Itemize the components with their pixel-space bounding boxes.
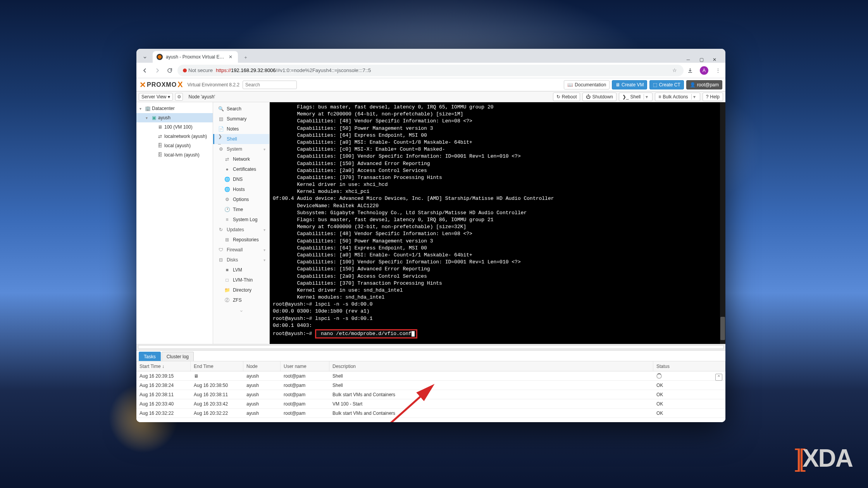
disk-icon: ⊟ [218, 257, 224, 263]
sidemenu-item-directory[interactable]: 📁Directory [213, 285, 269, 295]
tab-tasks[interactable]: Tasks [139, 352, 161, 361]
sidemenu-item-disks[interactable]: ⊟Disks▾ [213, 255, 269, 265]
create-ct-button[interactable]: ⬚Create CT [649, 80, 684, 89]
not-secure-chip[interactable]: Not secure [183, 67, 213, 73]
user-menu-button[interactable]: 👤root@pam [686, 80, 722, 89]
sidemenu-label: Firewall [227, 247, 243, 253]
col-end-time[interactable]: End Time [191, 361, 243, 371]
chevron-down-icon[interactable]: ▾ [691, 94, 697, 100]
sidemenu-label: Disks [227, 257, 238, 263]
chevron-down-icon: ▾ [264, 258, 265, 262]
sidemenu-item-dns[interactable]: 🌐DNS [213, 174, 269, 184]
shutdown-button[interactable]: ⏻Shutdown [582, 93, 616, 101]
network-icon: ⇄ [157, 134, 163, 139]
col-user[interactable]: User name [281, 361, 329, 371]
back-button[interactable] [140, 66, 150, 75]
col-status[interactable]: Status [653, 361, 725, 371]
resource-tree[interactable]: ▾🏢Datacenter▾▣ayush🖥100 (VM 100)⇄localne… [136, 102, 213, 344]
log-icon: ≡ [224, 217, 230, 222]
scrollbar-thumb[interactable] [720, 317, 725, 340]
sidemenu-item-time[interactable]: 🕐Time [213, 204, 269, 215]
sidemenu-item-lvm[interactable]: ■LVM [213, 265, 269, 275]
task-row[interactable]: Aug 16 20:39:15🖥ayushroot@pamShell [136, 371, 725, 381]
create-vm-button[interactable]: 🖥Create VM [612, 80, 647, 89]
collapse-panel-button[interactable]: ⌃ [715, 374, 722, 381]
sidemenu-label: Summary [227, 116, 246, 122]
maximize-icon[interactable]: ▢ [698, 57, 704, 63]
close-window-icon[interactable]: ✕ [711, 57, 718, 63]
sidemenu-item-search[interactable]: 🔍Search [213, 104, 269, 114]
sidemenu-item-lvm-thin[interactable]: □LVM-Thin [213, 275, 269, 285]
console-scrollbar[interactable] [720, 102, 725, 344]
profile-avatar[interactable]: A [700, 66, 708, 75]
minimize-icon[interactable]: ─ [685, 57, 691, 63]
console-prompt-line[interactable]: root@ayush:~# nano /etc/modprobe.d/vfio.… [273, 329, 722, 339]
menu-icon[interactable]: ⋮ [715, 67, 722, 74]
reboot-button[interactable]: ↻Reboot [553, 93, 580, 101]
sidemenu-item-certificates[interactable]: ●Certificates [213, 164, 269, 174]
star-icon[interactable]: ☆ [671, 67, 678, 74]
sidemenu-item-repositories[interactable]: ⊞Repositories [213, 235, 269, 245]
sidemenu-item-system-log[interactable]: ≡System Log [213, 215, 269, 225]
tree-item[interactable]: ▾▣ayush [136, 113, 213, 122]
sidemenu-item-system[interactable]: ⚙System▾ [213, 144, 269, 154]
terminal-icon: ❯_ [218, 136, 224, 142]
global-search-input[interactable] [243, 81, 297, 89]
sidemenu-item-hosts[interactable]: 🌐Hosts [213, 184, 269, 194]
window-controls: ─ ▢ ✕ [685, 57, 722, 63]
sidemenu-item-network[interactable]: ⇄Network [213, 154, 269, 164]
bulk-actions-button[interactable]: ≡Bulk Actions▾ [655, 93, 700, 101]
task-table-header: Start Time ↓ End Time Node User name Des… [136, 361, 725, 371]
downloads-icon[interactable] [687, 67, 694, 74]
node-sidemenu[interactable]: 🔍Search▤Summary📄Notes❯_Shell⚙System▾⇄Net… [213, 102, 270, 344]
tree-item[interactable]: 🗄local (ayush) [136, 141, 213, 150]
close-tab-icon[interactable]: ✕ [229, 54, 234, 60]
col-start-time[interactable]: Start Time ↓ [136, 361, 191, 371]
task-row[interactable]: Aug 16 20:38:11Aug 16 20:38:11ayushroot@… [136, 390, 725, 399]
repo-icon: ⊞ [224, 237, 230, 242]
tree-item-label: Datacenter [152, 106, 175, 111]
tree-item[interactable]: 🗄local-lvm (ayush) [136, 150, 213, 160]
tab-search-dropdown[interactable] [140, 52, 150, 63]
col-node[interactable]: Node [243, 361, 281, 371]
new-tab-button[interactable]: ＋ [240, 52, 251, 63]
sidemenu-item-zfs[interactable]: ⓏZFS [213, 295, 269, 305]
chevron-down-icon: ▾ [168, 94, 170, 100]
console-line: Memory at fc400000 (32-bit, non-prefetch… [273, 223, 722, 230]
col-description[interactable]: Description [329, 361, 653, 371]
browser-tab[interactable]: ayush - Proxmox Virtual Enviro ✕ [153, 51, 238, 63]
sidemenu-item-notes[interactable]: 📄Notes [213, 124, 269, 134]
disk-icon: 🗄 [157, 143, 163, 148]
help-button[interactable]: ?Help [703, 93, 723, 101]
forward-button[interactable] [153, 66, 162, 75]
url-input[interactable]: Not secure https://192.168.29.32:8006/#v… [177, 65, 684, 76]
task-table[interactable]: Start Time ↓ End Time Node User name Des… [136, 361, 725, 422]
tree-settings-button[interactable]: ⚙ [175, 93, 183, 101]
sidemenu-item-options[interactable]: ⚙Options [213, 194, 269, 204]
shell-button[interactable]: ❯_Shell▾ [619, 93, 653, 101]
sidemenu-item-summary[interactable]: ▤Summary [213, 114, 269, 124]
task-row[interactable]: Aug 16 20:38:24Aug 16 20:38:50ayushroot@… [136, 381, 725, 390]
reload-button[interactable] [165, 66, 174, 75]
console-line: Subsystem: Gigabyte Technology Co., Ltd … [273, 210, 722, 217]
sidemenu-item-firewall[interactable]: 🛡Firewall▾ [213, 245, 269, 255]
sidemenu-item-shell[interactable]: ❯_Shell [213, 134, 269, 144]
view-selector[interactable]: Server View▾ [139, 93, 173, 101]
tree-item[interactable]: ⇄localnetwork (ayush) [136, 132, 213, 141]
tree-item[interactable]: ▾🏢Datacenter [136, 104, 213, 113]
shell-console[interactable]: Flags: bus master, fast devsel, latency … [270, 102, 725, 344]
scroll-more-icon[interactable]: ⌄ [213, 305, 269, 314]
tree-caret-icon[interactable]: ▾ [146, 116, 150, 120]
tab-cluster-log[interactable]: Cluster log [162, 352, 194, 361]
tree-item[interactable]: 🖥100 (VM 100) [136, 122, 213, 132]
tree-horizontal-scrollbar[interactable] [136, 344, 725, 350]
sidemenu-item-updates[interactable]: ↻Updates▾ [213, 225, 269, 235]
sidemenu-label: Repositories [233, 237, 259, 242]
monitor-icon: 🖥 [615, 82, 620, 88]
xda-bracket-right: ] [795, 444, 801, 473]
task-row[interactable]: Aug 16 20:33:40Aug 16 20:33:42ayushroot@… [136, 399, 725, 409]
tree-caret-icon[interactable]: ▾ [140, 107, 143, 111]
documentation-button[interactable]: 📖Documentation [564, 80, 610, 89]
chevron-down-icon[interactable]: ▾ [644, 94, 649, 100]
task-row[interactable]: Aug 16 20:32:22Aug 16 20:32:22ayushroot@… [136, 409, 725, 418]
